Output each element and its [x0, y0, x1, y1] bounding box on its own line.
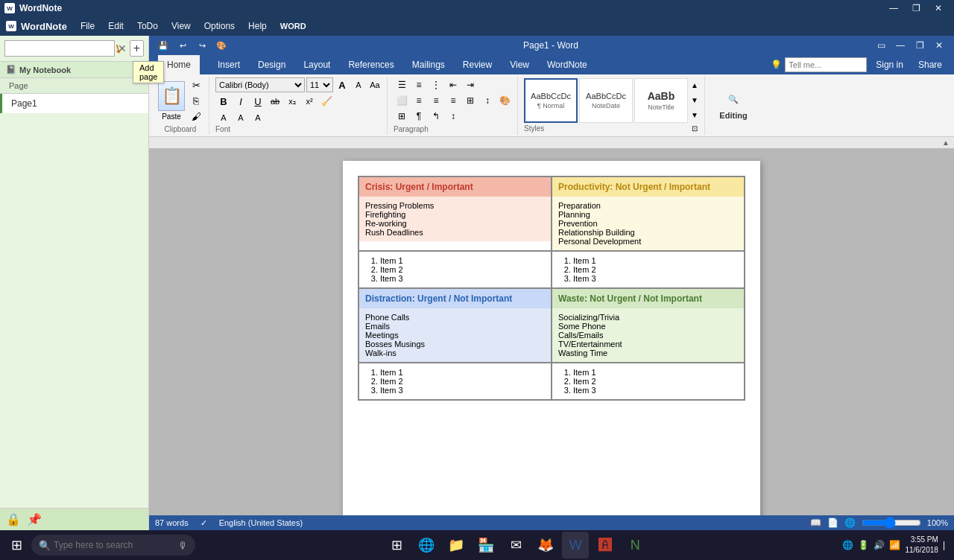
copy-button[interactable]: ⎘	[188, 93, 204, 108]
menu-word[interactable]: WORD	[274, 20, 312, 32]
taskbar-app-firefox[interactable]: 🦊	[532, 532, 559, 559]
taskbar-app-acrobat[interactable]: 🅰	[592, 532, 619, 559]
show-desktop-button[interactable]: |	[943, 540, 945, 550]
columns-button[interactable]: ⊞	[462, 93, 478, 108]
italic-button[interactable]: I	[233, 94, 249, 109]
style-notedate[interactable]: AaBbCcDc NoteDate	[579, 78, 633, 123]
tab-view[interactable]: View	[501, 55, 538, 74]
word-redo-button[interactable]: ↪	[194, 38, 210, 53]
tab-design[interactable]: Design	[249, 55, 294, 74]
word-save-button[interactable]: 💾	[155, 38, 171, 53]
bold-button[interactable]: B	[215, 94, 232, 109]
change-case-button[interactable]: Aa	[367, 77, 382, 92]
styles-dialog-button[interactable]: ⊡	[689, 123, 700, 133]
cut-button[interactable]: ✂	[188, 77, 204, 92]
menu-todo[interactable]: ToDo	[131, 19, 164, 33]
bullets-button[interactable]: ☰	[394, 77, 410, 92]
font-color-button[interactable]: A	[215, 110, 232, 125]
style-normal[interactable]: AaBbCcDc ¶ Normal	[524, 78, 578, 123]
taskbar-app-tablet[interactable]: ⊞	[383, 532, 410, 559]
style-notetitle[interactable]: AaBb NoteTitle	[634, 78, 688, 123]
format-painter-button[interactable]: 🖌	[188, 109, 204, 124]
taskbar-app-mail[interactable]: ✉	[502, 532, 529, 559]
menu-file[interactable]: File	[75, 19, 101, 33]
indent-increase-button[interactable]: ⇥	[462, 77, 478, 92]
styles-down-arrow[interactable]: ▼	[689, 94, 700, 107]
font-name-select[interactable]: Calibri (Body)	[215, 77, 305, 92]
document-page[interactable]: Crisis: Urgent / Important Pressing Prob…	[343, 161, 760, 515]
taskbar-search-input[interactable]	[54, 540, 175, 550]
align-left-button[interactable]: ⬜	[394, 93, 410, 108]
indent-decrease-button[interactable]: ⇤	[445, 77, 461, 92]
page-item[interactable]: Page1	[0, 94, 148, 113]
taskbar-notifications[interactable]: 🌐	[842, 540, 853, 550]
superscript-button[interactable]: x²	[301, 94, 318, 109]
justify-button[interactable]: ≡	[445, 93, 461, 108]
styles-up-arrow[interactable]: ▲	[689, 79, 700, 92]
sort-button[interactable]: ↕	[445, 109, 461, 124]
taskbar-mic-icon[interactable]: 🎙	[178, 540, 188, 551]
font-size-select[interactable]: 11	[306, 77, 333, 92]
shading-button[interactable]: 🎨	[496, 93, 513, 108]
word-close[interactable]: ✕	[930, 38, 948, 53]
zoom-slider[interactable]	[862, 518, 921, 527]
menu-help[interactable]: Help	[242, 19, 273, 33]
restore-button[interactable]: ❐	[905, 1, 927, 16]
tab-review[interactable]: Review	[454, 55, 501, 74]
taskbar-app-edge[interactable]: 🌐	[413, 532, 440, 559]
numbering-button[interactable]: ≡	[411, 77, 427, 92]
underline-button[interactable]: U	[250, 94, 266, 109]
taskbar-app-wordnote[interactable]: N	[622, 532, 648, 559]
tab-mailings[interactable]: Mailings	[403, 55, 454, 74]
print-layout-btn[interactable]: 📄	[827, 518, 838, 528]
sidebar-bottom-icon2[interactable]: 📌	[27, 512, 42, 526]
word-restore-view[interactable]: ▭	[872, 38, 890, 53]
borders-button[interactable]: ⊞	[394, 109, 410, 124]
taskbar-app-explorer[interactable]: 📁	[443, 532, 470, 559]
taskbar-app-word[interactable]: W	[562, 532, 589, 559]
minimize-button[interactable]: —	[882, 1, 905, 16]
add-page-button[interactable]: +	[130, 40, 144, 57]
strikethrough-button[interactable]: ab	[267, 94, 283, 109]
web-layout-btn[interactable]: 🌐	[844, 518, 856, 528]
text-direction-button[interactable]: ↰	[428, 109, 444, 124]
align-center-button[interactable]: ≡	[411, 93, 427, 108]
sidebar-bottom-icon1[interactable]: 🔒	[6, 512, 21, 526]
read-mode-btn[interactable]: 📖	[810, 518, 821, 528]
taskbar-sound[interactable]: 🔊	[874, 540, 885, 550]
tab-insert[interactable]: Insert	[209, 55, 249, 74]
find-button[interactable]: 🔍	[711, 92, 756, 108]
font-shrink-button[interactable]: A	[351, 77, 366, 92]
styles-expand-arrow[interactable]: ▼	[689, 109, 700, 122]
word-undo-button[interactable]: ↩	[174, 38, 191, 53]
search-input[interactable]	[4, 40, 115, 57]
outline-button[interactable]: ⋮	[428, 77, 444, 92]
ribbon-collapse-button[interactable]: ▲	[942, 139, 950, 147]
menu-view[interactable]: View	[165, 19, 197, 33]
word-format-button[interactable]: 🎨	[213, 38, 230, 53]
taskbar-network[interactable]: 📶	[889, 540, 900, 550]
subscript-button[interactable]: x₂	[284, 94, 300, 109]
word-maximize[interactable]: ❐	[911, 38, 929, 53]
tell-me-input[interactable]	[785, 57, 867, 72]
tab-wordnote[interactable]: WordNote	[538, 55, 596, 74]
word-minimize[interactable]: —	[891, 38, 909, 53]
share-btn[interactable]: Share	[912, 58, 948, 71]
pilcrow-button[interactable]: ¶	[411, 109, 427, 124]
line-spacing-button[interactable]: ↕	[479, 93, 496, 108]
sign-in-btn[interactable]: Sign in	[870, 58, 909, 71]
highlight-button[interactable]: A	[233, 110, 249, 125]
start-button[interactable]: ⊞	[3, 532, 30, 559]
close-button[interactable]: ✕	[927, 1, 950, 16]
taskbar-battery[interactable]: 🔋	[858, 540, 869, 550]
font-grow-button[interactable]: A	[335, 77, 350, 92]
tab-layout[interactable]: Layout	[294, 55, 339, 74]
paste-button[interactable]: 📋 Paste	[157, 80, 186, 122]
char-spacing-button[interactable]: A	[250, 110, 266, 125]
taskbar-app-store[interactable]: 🏪	[473, 532, 499, 559]
clear-format-button[interactable]: 🧹	[318, 94, 335, 109]
menu-options[interactable]: Options	[198, 19, 241, 33]
menu-edit[interactable]: Edit	[102, 19, 130, 33]
tab-references[interactable]: References	[339, 55, 402, 74]
align-right-button[interactable]: ≡	[428, 93, 444, 108]
